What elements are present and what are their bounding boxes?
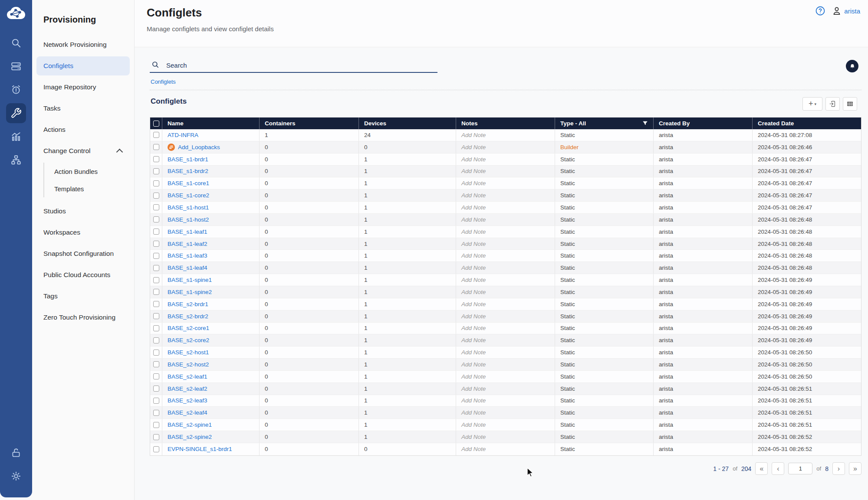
table-row[interactable]: BASE_s1-core2 0 1 Add Note Static arista… <box>150 190 861 202</box>
notifications-bell-icon[interactable] <box>846 60 858 72</box>
sidebar-item-workspaces[interactable]: Workspaces <box>36 223 130 242</box>
last-page-button[interactable]: » <box>849 462 861 475</box>
page-number-input[interactable] <box>788 463 812 474</box>
columns-button[interactable] <box>843 97 857 111</box>
dashboards-icon[interactable] <box>6 127 26 147</box>
sidebar-item-change-control[interactable]: Change Control <box>36 141 130 160</box>
table-row[interactable]: BASE_s2-leaf2 0 1 Add Note Static arista… <box>150 383 861 395</box>
add-note-cell[interactable]: Add Note <box>456 166 555 177</box>
row-checkbox[interactable] <box>153 180 159 186</box>
add-note-cell[interactable]: Add Note <box>456 346 555 358</box>
user-menu[interactable]: arista <box>832 6 860 16</box>
add-note-cell[interactable]: Add Note <box>456 190 555 201</box>
configlet-name-link[interactable]: ATD-INFRA <box>168 132 198 138</box>
table-row[interactable]: BASE_s1-brdr2 0 1 Add Note Static arista… <box>150 166 861 178</box>
configlet-name-link[interactable]: BASE_s2-leaf2 <box>168 386 207 392</box>
add-note-cell[interactable]: Add Note <box>456 371 555 382</box>
add-note-cell[interactable]: Add Note <box>456 141 555 153</box>
row-checkbox[interactable] <box>153 301 159 307</box>
configlet-name-link[interactable]: BASE_s2-leaf4 <box>168 409 207 416</box>
search-icon[interactable] <box>6 33 26 53</box>
add-note-cell[interactable]: Add Note <box>456 298 555 310</box>
table-row[interactable]: BASE_s1-core1 0 1 Add Note Static arista… <box>150 177 861 190</box>
configlet-name-link[interactable]: BASE_s1-core1 <box>168 180 209 186</box>
row-checkbox[interactable] <box>153 193 159 199</box>
configlet-name-link[interactable]: BASE_s1-spine2 <box>168 289 212 295</box>
table-row[interactable]: BASE_s1-leaf1 0 1 Add Note Static arista… <box>150 226 861 238</box>
row-checkbox[interactable] <box>153 373 159 379</box>
configlet-name-link[interactable]: BASE_s2-core1 <box>168 325 209 331</box>
breadcrumb[interactable]: Configlets <box>151 78 176 85</box>
table-row[interactable]: BASE_s2-spine1 0 1 Add Note Static arist… <box>150 419 861 431</box>
table-row[interactable]: BASE_s1-spine2 0 1 Add Note Static arist… <box>150 286 861 298</box>
table-row[interactable]: BASE_s2-host1 0 1 Add Note Static arista… <box>150 346 861 359</box>
provisioning-icon[interactable] <box>6 103 26 123</box>
row-checkbox[interactable] <box>153 241 159 247</box>
table-row[interactable]: BASE_s2-core2 0 1 Add Note Static arista… <box>150 334 861 346</box>
add-note-cell[interactable]: Add Note <box>456 274 555 286</box>
help-icon[interactable] <box>815 6 825 16</box>
add-note-cell[interactable]: Add Note <box>456 407 555 418</box>
add-note-cell[interactable]: Add Note <box>456 177 555 189</box>
add-note-cell[interactable]: Add Note <box>456 154 555 165</box>
sidebar-item-public-cloud-accounts[interactable]: Public Cloud Accounts <box>36 265 130 284</box>
add-note-cell[interactable]: Add Note <box>456 214 555 225</box>
username-label[interactable]: arista <box>844 7 860 15</box>
sidebar-item-actions[interactable]: Actions <box>36 120 130 139</box>
configlet-name-link[interactable]: BASE_s1-core2 <box>168 192 209 199</box>
sidebar-item-zero-touch-provisioning[interactable]: Zero Touch Provisioning <box>36 308 130 327</box>
configlet-name-link[interactable]: BASE_s1-leaf3 <box>168 252 207 259</box>
table-row[interactable]: BASE_s1-leaf2 0 1 Add Note Static arista… <box>150 238 861 250</box>
configlet-name-link[interactable]: BASE_s2-spine2 <box>168 434 212 440</box>
sidebar-item-network-provisioning[interactable]: Network Provisioning <box>36 35 130 54</box>
configlet-name-link[interactable]: BASE_s1-leaf1 <box>168 229 207 235</box>
add-note-cell[interactable]: Add Note <box>456 286 555 298</box>
row-checkbox[interactable] <box>153 216 159 222</box>
configlet-name-link[interactable]: BASE_s1-spine1 <box>168 277 212 283</box>
row-checkbox[interactable] <box>153 446 159 452</box>
add-note-cell[interactable]: Add Note <box>456 334 555 346</box>
row-checkbox[interactable] <box>153 313 159 319</box>
table-row[interactable]: EVPN-SINGLE_s1-brdr1 0 0 Add Note Static… <box>150 443 861 455</box>
unlock-icon[interactable] <box>6 443 26 463</box>
add-note-cell[interactable]: Add Note <box>456 129 555 141</box>
filter-icon[interactable] <box>642 121 648 126</box>
add-note-cell[interactable]: Add Note <box>456 359 555 370</box>
export-button[interactable] <box>825 97 840 111</box>
row-checkbox[interactable] <box>153 156 159 162</box>
col-header-type[interactable]: Type - All <box>555 118 654 129</box>
search-input[interactable] <box>165 61 437 69</box>
cloudvision-logo-icon[interactable] <box>6 5 26 23</box>
table-row[interactable]: BASE_s2-host2 0 1 Add Note Static arista… <box>150 359 861 371</box>
events-icon[interactable] <box>6 80 26 100</box>
table-row[interactable]: BASE_s1-leaf4 0 1 Add Note Static arista… <box>150 262 861 274</box>
add-note-cell[interactable]: Add Note <box>456 431 555 443</box>
configlet-name-link[interactable]: BASE_s2-spine1 <box>168 422 212 428</box>
topology-icon[interactable] <box>6 150 26 170</box>
row-checkbox[interactable] <box>153 144 159 150</box>
add-note-cell[interactable]: Add Note <box>456 262 555 274</box>
row-checkbox[interactable] <box>153 410 159 416</box>
first-page-button[interactable]: « <box>755 462 768 475</box>
col-header-created-by[interactable]: Created By <box>654 118 753 129</box>
configlet-name-link[interactable]: BASE_s1-host2 <box>168 216 209 223</box>
table-row[interactable]: BASE_s2-leaf1 0 1 Add Note Static arista… <box>150 371 861 383</box>
configlet-name-link[interactable]: BASE_s1-leaf4 <box>168 265 207 271</box>
configlet-name-link[interactable]: BASE_s2-host2 <box>168 361 209 368</box>
add-note-cell[interactable]: Add Note <box>456 226 555 238</box>
row-checkbox[interactable] <box>153 168 159 174</box>
row-checkbox[interactable] <box>153 398 159 404</box>
add-note-cell[interactable]: Add Note <box>456 238 555 250</box>
row-checkbox[interactable] <box>153 253 159 259</box>
configlet-name-link[interactable]: BASE_s2-host1 <box>168 349 209 356</box>
table-row[interactable]: BASE_s2-brdr1 0 1 Add Note Static arista… <box>150 298 861 310</box>
table-row[interactable]: BASE_s2-leaf3 0 1 Add Note Static arista… <box>150 395 861 407</box>
row-checkbox[interactable] <box>153 289 159 295</box>
sidebar-item-tasks[interactable]: Tasks <box>36 99 130 118</box>
add-note-cell[interactable]: Add Note <box>456 310 555 322</box>
sidebar-item-templates[interactable]: Templates <box>44 180 130 197</box>
col-header-containers[interactable]: Containers <box>260 118 359 129</box>
configlet-name-link[interactable]: BASE_s2-leaf1 <box>168 373 207 380</box>
row-checkbox[interactable] <box>153 361 159 367</box>
sidebar-item-action-bundles[interactable]: Action Bundles <box>44 163 130 180</box>
